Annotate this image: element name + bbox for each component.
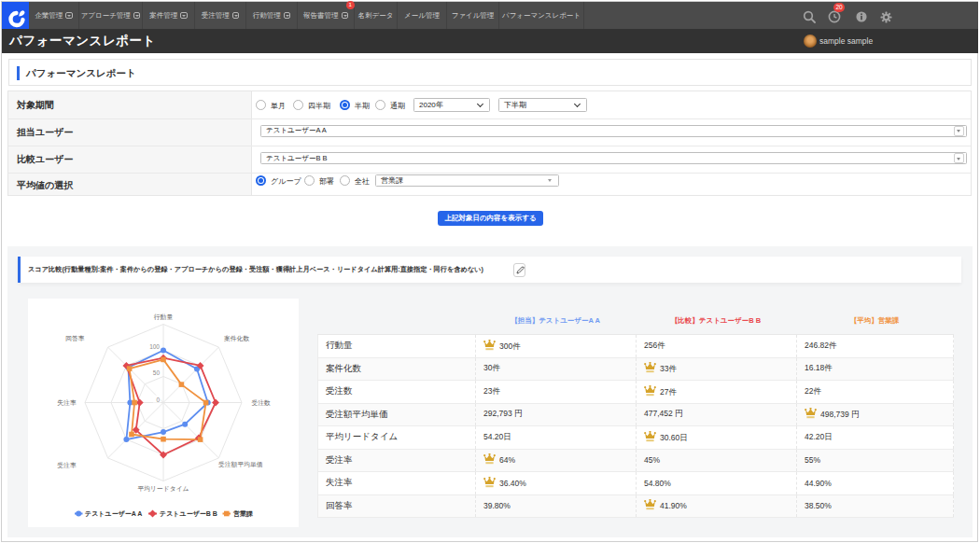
- svg-text:失注率: 失注率: [57, 399, 77, 406]
- svg-text:回答率: 回答率: [65, 335, 85, 342]
- svg-text:0: 0: [156, 397, 160, 403]
- svg-text:案件化数: 案件化数: [224, 335, 249, 342]
- svg-text:営業課: 営業課: [233, 509, 254, 518]
- svg-text:テストユーザーA A: テストユーザーA A: [85, 510, 142, 518]
- svg-text:平均リードタイム: 平均リードタイム: [137, 485, 189, 493]
- svg-text:受注数: 受注数: [252, 399, 272, 407]
- svg-text:受注率: 受注率: [57, 462, 77, 469]
- svg-text:100: 100: [149, 343, 160, 350]
- svg-text:テストユーザーB B: テストユーザーB B: [160, 510, 217, 518]
- svg-text:行動量: 行動量: [154, 313, 174, 321]
- svg-text:受注額平均単価: 受注額平均単価: [218, 461, 263, 468]
- svg-text:50: 50: [153, 369, 161, 376]
